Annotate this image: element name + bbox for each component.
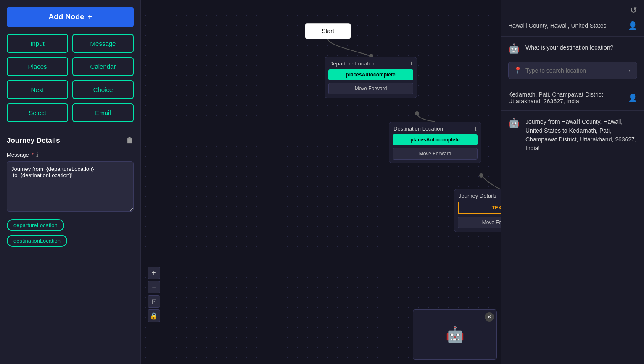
journey-text-btn[interactable]: TEXT — [458, 202, 501, 214]
journey-header: Journey Details 🗑 — [7, 136, 134, 145]
departure-node[interactable]: Departure Location ℹ placesAutocomplete … — [325, 57, 417, 98]
journey-node[interactable]: Journey Details ℹ TEXT Move Forward — [454, 189, 501, 232]
variable-tag-departure[interactable]: departureLocation — [7, 219, 64, 231]
node-btn-select[interactable]: Select — [7, 103, 68, 122]
search-arrow-icon[interactable]: → — [625, 67, 632, 74]
divider-2 — [501, 85, 644, 85]
departure-move-btn[interactable]: Move Forward — [328, 83, 413, 94]
node-btn-choice[interactable]: Choice — [72, 80, 134, 99]
sidebar: Add Node + Input Message Places Calendar… — [0, 0, 141, 364]
node-btn-input[interactable]: Input — [7, 34, 68, 53]
message-label-text: Message — [7, 152, 29, 158]
message-label-row: Message * ℹ — [7, 152, 134, 158]
bot-text-1: What is your destination location? — [525, 43, 613, 52]
bot-icon-2: 🤖 — [508, 118, 520, 128]
start-label: Start — [322, 28, 334, 34]
chat-bot-message-1: 🤖 What is your destination location? — [501, 39, 644, 58]
user-location-text-1: Hawai'i County, Hawaii, United States — [508, 22, 625, 29]
bottom-widget: ✕ 🤖 — [413, 309, 497, 360]
variable-tags: departureLocation destinationLocation — [7, 219, 134, 247]
destination-node[interactable]: Destination Location ℹ placesAutocomplet… — [389, 122, 481, 163]
journey-section: Journey Details 🗑 Message * ℹ Journey fr… — [0, 129, 140, 254]
destination-info-icon[interactable]: ℹ — [475, 126, 477, 132]
divider-1 — [501, 36, 644, 37]
destination-title: Destination Location — [393, 126, 443, 132]
bot-icon-1: 🤖 — [508, 43, 520, 54]
departure-header: Departure Location ℹ — [325, 57, 417, 69]
svg-point-2 — [479, 173, 483, 178]
variable-tag-destination[interactable]: destinationLocation — [7, 235, 67, 247]
reset-icon[interactable]: ↺ — [630, 5, 637, 15]
right-panel-top: ↺ — [501, 0, 644, 18]
departure-info-icon[interactable]: ℹ — [410, 61, 412, 67]
flow-canvas[interactable]: Start Departure Location ℹ placesAutocom… — [141, 0, 501, 364]
bot-text-2: Journey from Hawai'i County, Hawaii, Uni… — [525, 118, 637, 153]
user-icon-1: 👤 — [628, 21, 637, 30]
right-panel: ↺ Hawai'i County, Hawaii, United States … — [501, 0, 644, 364]
required-star: * — [32, 152, 34, 158]
plus-icon: + — [87, 13, 92, 21]
destination-autocomplete-btn[interactable]: placesAutocomplete — [393, 134, 478, 145]
pin-icon: 📍 — [514, 66, 522, 74]
journey-title: Journey Details — [7, 136, 60, 145]
chat-bot-message-2: 🤖 Journey from Hawai'i County, Hawaii, U… — [501, 113, 644, 157]
close-widget-button[interactable]: ✕ — [485, 312, 494, 322]
node-btn-places[interactable]: Places — [7, 57, 68, 76]
search-box[interactable]: 📍 → — [508, 62, 637, 79]
zoom-in-button[interactable]: + — [148, 267, 160, 279]
user-location-text-2: Kedarnath, Pati, Champawat District, Utt… — [508, 91, 625, 105]
user-icon-2: 👤 — [628, 93, 637, 102]
add-node-label: Add Node — [48, 13, 84, 21]
zoom-lock-button[interactable]: 🔒 — [148, 309, 160, 322]
zoom-fit-button[interactable]: ⊡ — [148, 295, 160, 308]
node-btn-calendar[interactable]: Calendar — [72, 57, 134, 76]
search-input[interactable] — [525, 67, 622, 74]
chat-user-location-2: Kedarnath, Pati, Champawat District, Utt… — [501, 88, 644, 108]
zoom-controls: + − ⊡ 🔒 — [148, 267, 160, 322]
node-btn-message[interactable]: Message — [72, 34, 134, 53]
departure-title: Departure Location — [329, 60, 376, 67]
journey-move-btn[interactable]: Move Forward — [458, 217, 501, 228]
zoom-out-button[interactable]: − — [148, 281, 160, 293]
message-info-icon[interactable]: ℹ — [36, 152, 38, 158]
add-node-button[interactable]: Add Node + — [7, 7, 134, 27]
start-node[interactable]: Start — [305, 23, 351, 39]
node-btn-next[interactable]: Next — [7, 80, 68, 99]
svg-point-1 — [415, 111, 419, 115]
divider-3 — [501, 110, 644, 111]
node-btn-email[interactable]: Email — [72, 103, 134, 122]
journey-node-header: Journey Details ℹ — [454, 189, 501, 202]
delete-icon[interactable]: 🗑 — [126, 136, 134, 145]
robot-icon: 🤖 — [446, 326, 465, 343]
chat-user-location-1: Hawai'i County, Hawaii, United States 👤 — [501, 18, 644, 34]
departure-autocomplete-btn[interactable]: placesAutocomplete — [328, 69, 413, 80]
destination-move-btn[interactable]: Move Forward — [393, 148, 478, 160]
destination-header: Destination Location ℹ — [389, 122, 481, 134]
journey-node-title: Journey Details — [459, 193, 496, 199]
message-textarea[interactable]: Journey from {departureLocation} to {des… — [7, 161, 134, 212]
node-grid: Input Message Places Calendar Next Choic… — [0, 34, 140, 129]
